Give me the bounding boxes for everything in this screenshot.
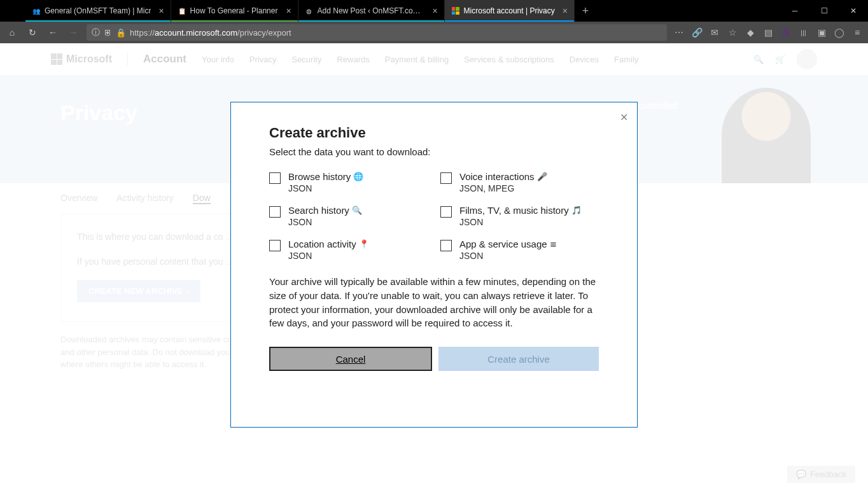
list-icon: ≣ (550, 239, 557, 249)
browser-tab[interactable]: 👥 General (OnMSFT Team) | Micr × (25, 0, 171, 22)
minimize-button[interactable]: ─ (780, 0, 809, 22)
library-icon[interactable]: ⫼ (798, 27, 809, 38)
microsoft-icon (451, 6, 460, 15)
option-location[interactable]: Location activity 📍 JSON (269, 239, 428, 261)
ext-icon[interactable]: ▤ (762, 27, 774, 38)
checkbox[interactable] (440, 206, 452, 218)
browser-tab[interactable]: ◍ Add New Post ‹ OnMSFT.com — W × (298, 0, 445, 22)
search-icon: 🔍 (352, 206, 362, 215)
toolbar-icons: ⋯ 🔗 ✉ ☆ ◆ ▤ N ⫼ ▣ ◯ ≡ (673, 27, 863, 38)
window-controls: ─ ☐ ✕ (780, 0, 868, 22)
browser-navbar: ⌂ ↻ ← → ⓘ ⛨ 🔒 https://account.microsoft.… (0, 22, 868, 43)
teams-icon: 👥 (32, 6, 41, 15)
menu-icon[interactable]: ≡ (851, 27, 863, 38)
create-archive-button[interactable]: Create archive (438, 347, 599, 371)
checkbox[interactable] (269, 172, 281, 184)
url-bar[interactable]: ⓘ ⛨ 🔒 https://account.microsoft.com/priv… (87, 24, 667, 41)
sidebar-icon[interactable]: ▣ (816, 27, 827, 38)
account-icon[interactable]: ◯ (834, 27, 845, 38)
url-text: https://account.microsoft.com/privacy/ex… (130, 28, 291, 38)
option-browse-history[interactable]: Browse history 🌐 JSON (269, 171, 428, 193)
cancel-button[interactable]: Cancel (269, 347, 432, 371)
create-archive-modal: ✕ Create archive Select the data you wan… (230, 102, 638, 428)
checkbox[interactable] (269, 206, 281, 218)
option-voice[interactable]: Voice interactions 🎤 JSON, MPEG (440, 171, 599, 193)
new-tab-button[interactable]: + (575, 0, 596, 22)
modal-subtitle: Select the data you want to download: (269, 146, 599, 157)
maximize-button[interactable]: ☐ (809, 0, 839, 22)
checkbox[interactable] (440, 172, 452, 184)
location-icon: 📍 (359, 239, 369, 249)
modal-buttons: Cancel Create archive (269, 347, 599, 371)
close-icon[interactable]: ✕ (620, 111, 628, 123)
archive-options: Browse history 🌐 JSON Voice interactions… (269, 171, 599, 261)
option-search[interactable]: Search history 🔍 JSON (269, 205, 428, 227)
planner-icon: 📋 (178, 6, 186, 15)
close-icon[interactable]: × (158, 6, 164, 16)
lock-icon: 🔒 (116, 28, 126, 38)
tab-title: How To General - Planner (190, 6, 279, 15)
checkbox[interactable] (269, 240, 281, 251)
reload-icon[interactable]: ↻ (25, 25, 39, 39)
ext-icon[interactable]: ◆ (745, 27, 756, 38)
close-icon[interactable]: × (563, 6, 568, 16)
browser-tab-active[interactable]: Microsoft account | Privacy × (445, 0, 575, 22)
option-media[interactable]: Films, TV, & music history 🎵 JSON (440, 205, 599, 227)
browser-tab[interactable]: 📋 How To General - Planner × (171, 0, 298, 22)
checkbox[interactable] (440, 240, 452, 251)
music-icon: 🎵 (571, 206, 582, 215)
shield-icon[interactable]: ⛨ (104, 28, 112, 38)
tab-title: Add New Post ‹ OnMSFT.com — W (318, 6, 425, 15)
option-app-usage[interactable]: App & service usage ≣ JSON (440, 239, 599, 261)
star-icon[interactable]: ☆ (727, 27, 738, 38)
wordpress-icon: ◍ (305, 6, 314, 15)
modal-title: Create archive (269, 125, 599, 141)
mail-icon[interactable]: ✉ (709, 27, 720, 38)
more-icon[interactable]: ⋯ (673, 27, 685, 38)
close-icon[interactable]: × (286, 6, 291, 16)
modal-description: Your archive will typically be available… (269, 275, 599, 330)
tab-title: General (OnMSFT Team) | Micr (45, 6, 151, 15)
tab-title: Microsoft account | Privacy (464, 6, 555, 15)
microphone-icon: 🎤 (537, 172, 547, 181)
browser-titlebar: 👥 General (OnMSFT Team) | Micr × 📋 How T… (0, 0, 868, 22)
info-icon[interactable]: ⓘ (92, 27, 100, 38)
globe-icon: 🌐 (353, 172, 363, 181)
forward-icon[interactable]: → (66, 25, 80, 39)
home-icon[interactable]: ⌂ (5, 25, 19, 39)
onenote-icon[interactable]: N (780, 27, 792, 38)
link-icon[interactable]: 🔗 (691, 27, 703, 38)
close-icon[interactable]: × (432, 6, 437, 16)
close-window-button[interactable]: ✕ (839, 0, 868, 22)
back-icon[interactable]: ← (46, 25, 60, 39)
